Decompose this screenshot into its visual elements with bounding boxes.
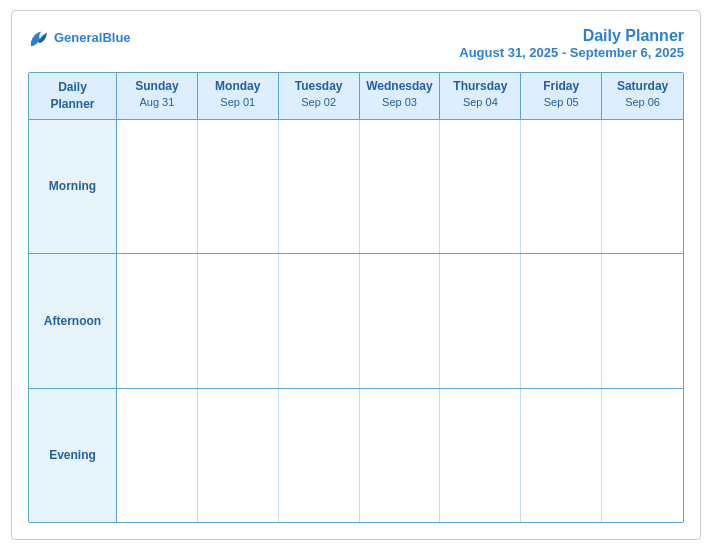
grid-body: Morning Afternoon Evening [29, 120, 683, 522]
header-col-3: Wednesday Sep 03 [360, 73, 441, 119]
day-name-4: Thursday [444, 79, 516, 95]
cell-evening-sun[interactable] [117, 389, 198, 522]
cell-evening-thu[interactable] [440, 389, 521, 522]
day-date-1: Sep 01 [202, 95, 274, 109]
cell-evening-wed[interactable] [360, 389, 441, 522]
row-label-evening: Evening [29, 389, 117, 522]
cell-afternoon-tue[interactable] [279, 254, 360, 387]
header-col-line2: Planner [50, 97, 94, 111]
day-date-5: Sep 05 [525, 95, 597, 109]
row-label-morning: Morning [29, 120, 117, 253]
cell-afternoon-fri[interactable] [521, 254, 602, 387]
day-date-0: Aug 31 [121, 95, 193, 109]
day-name-6: Saturday [606, 79, 679, 95]
cell-afternoon-thu[interactable] [440, 254, 521, 387]
planner-subtitle: August 31, 2025 - September 6, 2025 [459, 45, 684, 60]
logo-blue: Blue [102, 30, 130, 45]
title-block: Daily Planner August 31, 2025 - Septembe… [459, 27, 684, 60]
cell-morning-fri[interactable] [521, 120, 602, 253]
cell-evening-fri[interactable] [521, 389, 602, 522]
header-col-line1: Daily [58, 80, 87, 94]
cell-morning-sun[interactable] [117, 120, 198, 253]
header-col-label: Daily Planner [29, 73, 117, 119]
grid-row-afternoon: Afternoon [29, 254, 683, 388]
cell-morning-sat[interactable] [602, 120, 683, 253]
cell-afternoon-sat[interactable] [602, 254, 683, 387]
day-name-3: Wednesday [364, 79, 436, 95]
cell-morning-thu[interactable] [440, 120, 521, 253]
logo-general: General [54, 30, 102, 45]
logo: GeneralBlue [28, 27, 131, 49]
grid-row-evening: Evening [29, 389, 683, 522]
header-col-0: Sunday Aug 31 [117, 73, 198, 119]
header-col-6: Saturday Sep 06 [602, 73, 683, 119]
day-name-1: Monday [202, 79, 274, 95]
day-date-3: Sep 03 [364, 95, 436, 109]
cell-evening-tue[interactable] [279, 389, 360, 522]
header-col-2: Tuesday Sep 02 [279, 73, 360, 119]
cell-morning-mon[interactable] [198, 120, 279, 253]
cell-morning-wed[interactable] [360, 120, 441, 253]
cell-afternoon-sun[interactable] [117, 254, 198, 387]
day-name-0: Sunday [121, 79, 193, 95]
cell-afternoon-mon[interactable] [198, 254, 279, 387]
day-date-4: Sep 04 [444, 95, 516, 109]
header-col-1: Monday Sep 01 [198, 73, 279, 119]
cell-evening-sat[interactable] [602, 389, 683, 522]
page: GeneralBlue Daily Planner August 31, 202… [11, 10, 701, 540]
cell-evening-mon[interactable] [198, 389, 279, 522]
header: GeneralBlue Daily Planner August 31, 202… [28, 27, 684, 60]
planner-title: Daily Planner [459, 27, 684, 45]
day-name-5: Friday [525, 79, 597, 95]
row-label-afternoon: Afternoon [29, 254, 117, 387]
day-date-6: Sep 06 [606, 95, 679, 109]
header-col-5: Friday Sep 05 [521, 73, 602, 119]
grid-header: Daily Planner Sunday Aug 31 Monday Sep 0… [29, 73, 683, 120]
day-date-2: Sep 02 [283, 95, 355, 109]
cell-morning-tue[interactable] [279, 120, 360, 253]
grid-row-morning: Morning [29, 120, 683, 254]
day-name-2: Tuesday [283, 79, 355, 95]
planner-grid: Daily Planner Sunday Aug 31 Monday Sep 0… [28, 72, 684, 523]
logo-bird-icon [28, 27, 50, 49]
cell-afternoon-wed[interactable] [360, 254, 441, 387]
header-col-4: Thursday Sep 04 [440, 73, 521, 119]
logo-text: GeneralBlue [54, 30, 131, 46]
